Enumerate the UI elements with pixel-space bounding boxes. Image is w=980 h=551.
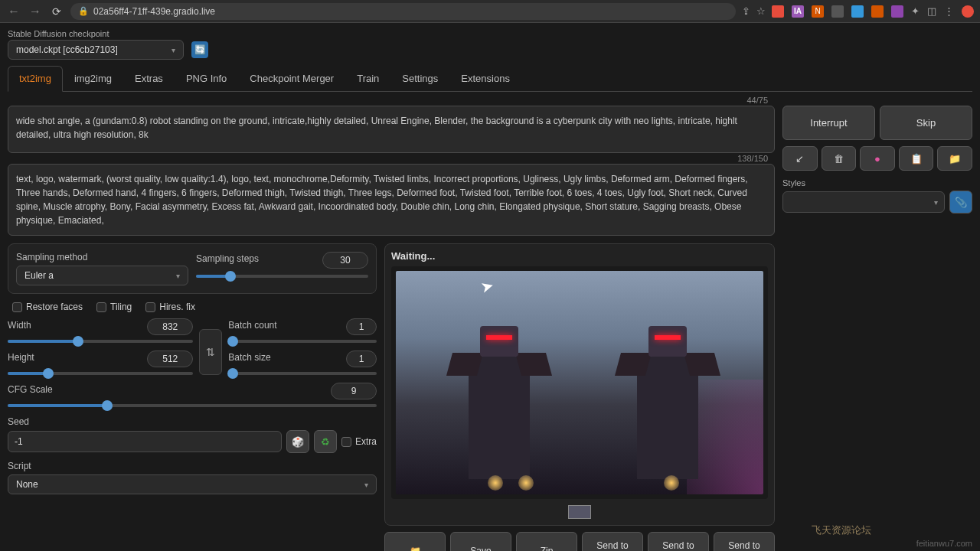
swap-dims-button[interactable]: ⇅: [199, 329, 222, 375]
hires-fix-checkbox[interactable]: Hires. fix: [145, 302, 195, 312]
tab-extensions[interactable]: Extensions: [449, 66, 521, 91]
seed-extra-checkbox[interactable]: Extra: [341, 436, 377, 447]
batch-count-slider[interactable]: [228, 340, 377, 343]
preview-image[interactable]: [396, 271, 763, 494]
puzzle-icon[interactable]: ✦: [911, 5, 920, 17]
prompt-counter: 44/75: [746, 96, 768, 105]
sampling-steps-slider[interactable]: [196, 275, 368, 278]
save-button[interactable]: Save: [450, 532, 511, 551]
tab-settings[interactable]: Settings: [390, 66, 449, 91]
styles-apply-button[interactable]: 📎: [949, 191, 972, 214]
cfg-label: CFG Scale: [8, 384, 53, 395]
width-slider[interactable]: [8, 340, 193, 343]
tab-txt2img[interactable]: txt2img: [8, 66, 63, 92]
batch-size-slider[interactable]: [228, 372, 377, 375]
url-text: 02a56ff4-71ff-439e.gradio.live: [93, 6, 215, 17]
batch-count-value[interactable]: 1: [346, 318, 377, 335]
script-select[interactable]: None ▾: [8, 474, 377, 494]
send-inpaint-button[interactable]: Send to inpaint: [648, 532, 709, 551]
tab-pnginfo[interactable]: PNG Info: [175, 66, 238, 91]
width-value[interactable]: 832: [147, 318, 193, 335]
width-label: Width: [8, 320, 31, 331]
ext-icon[interactable]: [831, 5, 844, 18]
chevron-down-icon: ▾: [364, 481, 368, 489]
cfg-value[interactable]: 9: [331, 383, 377, 399]
preview-panel: Waiting... ✕: [384, 243, 775, 526]
folder-icon-button[interactable]: 📁: [937, 146, 972, 171]
refresh-checkpoint-button[interactable]: 🔄: [191, 41, 208, 58]
url-bar[interactable]: 🔒 02a56ff4-71ff-439e.gradio.live: [70, 3, 736, 20]
skip-button[interactable]: Skip: [880, 106, 972, 140]
window-icon[interactable]: ◫: [927, 5, 936, 17]
sampling-method-label: Sampling method: [16, 252, 188, 262]
watermark: feitianwu7.com: [916, 539, 972, 548]
trash-icon-button[interactable]: 🗑: [822, 146, 857, 171]
send-extras-button[interactable]: Send to extras: [714, 532, 775, 551]
tab-img2img[interactable]: img2img: [63, 66, 123, 91]
neg-prompt-counter: 138/150: [737, 154, 768, 163]
restore-faces-checkbox[interactable]: Restore faces: [12, 302, 83, 312]
palette-icon-button[interactable]: ●: [860, 146, 895, 171]
height-value[interactable]: 512: [147, 350, 193, 367]
preview-status: Waiting...: [391, 250, 768, 262]
ext-icon[interactable]: [891, 5, 903, 18]
tab-extras[interactable]: Extras: [123, 66, 175, 91]
styles-select[interactable]: ▾: [782, 191, 945, 213]
lock-icon: 🔒: [78, 6, 89, 16]
ext-icon[interactable]: [851, 5, 864, 18]
tab-train[interactable]: Train: [345, 66, 390, 91]
forward-icon[interactable]: →: [28, 5, 43, 18]
height-slider[interactable]: [8, 372, 193, 375]
batch-size-label: Batch size: [228, 352, 270, 363]
browser-bar: ← → ⟳ 🔒 02a56ff4-71ff-439e.gradio.live ⇪…: [0, 0, 980, 23]
chevron-down-icon: ▾: [934, 198, 938, 207]
height-label: Height: [8, 352, 34, 363]
seed-random-button[interactable]: 🎲: [286, 430, 309, 453]
star-icon[interactable]: ☆: [756, 5, 766, 17]
zip-button[interactable]: Zip: [516, 532, 577, 551]
checkpoint-row: Stable Diffusion checkpoint model.ckpt […: [8, 29, 972, 60]
thumbnail[interactable]: [568, 505, 591, 519]
cfg-slider[interactable]: [8, 404, 377, 407]
menu-icon[interactable]: ⋮: [944, 5, 954, 17]
sampling-steps-label: Sampling steps: [196, 253, 259, 264]
arrow-icon-button[interactable]: ↙: [782, 146, 818, 171]
back-icon[interactable]: ←: [6, 5, 21, 18]
reload-icon[interactable]: ⟳: [49, 5, 64, 18]
clipboard-icon-button[interactable]: 📋: [899, 146, 934, 171]
avatar-icon[interactable]: [962, 5, 974, 18]
seed-label: Seed: [8, 416, 377, 427]
seed-input[interactable]: -1: [8, 431, 282, 452]
main-tabs: txt2img img2img Extras PNG Info Checkpoi…: [8, 66, 972, 92]
open-folder-button[interactable]: 📁: [384, 532, 446, 551]
ext-icon[interactable]: IA: [792, 5, 804, 18]
seed-reuse-button[interactable]: ♻: [314, 430, 337, 453]
prompt-input[interactable]: 44/75 wide shot angle, a (gundam:0.8) ro…: [8, 106, 775, 153]
chevron-down-icon: ▾: [176, 272, 180, 280]
send-img2img-button[interactable]: Send to img2img: [582, 532, 643, 551]
batch-count-label: Batch count: [228, 320, 276, 331]
interrupt-button[interactable]: Interrupt: [782, 106, 875, 140]
share-icon[interactable]: ⇪: [742, 5, 750, 17]
checkpoint-select[interactable]: model.ckpt [cc6cb27103] ▾: [8, 40, 184, 60]
tab-checkpoint-merger[interactable]: Checkpoint Merger: [238, 66, 345, 91]
tiling-checkbox[interactable]: Tiling: [96, 302, 132, 312]
negative-prompt-input[interactable]: 138/150 text, logo, watermark, (worst qu…: [8, 164, 775, 236]
checkpoint-label: Stable Diffusion checkpoint: [8, 29, 184, 38]
ext-icon[interactable]: [871, 5, 884, 18]
preview-image-wrap: ✕: [391, 266, 768, 499]
extension-icons: IA N ✦ ◫ ⋮: [772, 5, 974, 18]
sampling-steps-value[interactable]: 30: [322, 252, 368, 269]
script-label: Script: [8, 461, 377, 471]
sampling-method-select[interactable]: Euler a ▾: [16, 266, 188, 285]
watermark: 飞天资源论坛: [812, 523, 871, 537]
ext-icon[interactable]: [772, 5, 784, 18]
chevron-down-icon: ▾: [172, 46, 175, 54]
thumbnail-strip: [391, 505, 768, 519]
styles-label: Styles: [782, 178, 972, 187]
ext-icon[interactable]: N: [812, 5, 824, 18]
batch-size-value[interactable]: 1: [346, 350, 377, 367]
